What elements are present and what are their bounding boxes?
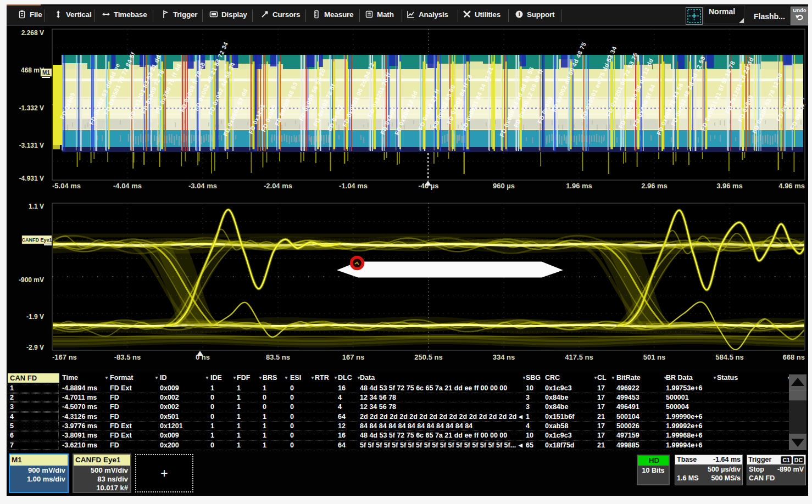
svg-text:-2.9 V: -2.9 V bbox=[26, 344, 44, 351]
svg-text:417.5 ns: 417.5 ns bbox=[565, 353, 593, 361]
svg-text:M1: M1 bbox=[42, 70, 50, 76]
svg-text:1.1 V: 1.1 V bbox=[29, 203, 44, 210]
svg-text:-1.332 V: -1.332 V bbox=[19, 104, 44, 112]
svg-text:i: i bbox=[519, 11, 520, 17]
svg-text:-4.931 V: -4.931 V bbox=[19, 175, 44, 182]
svg-text:-1.9 V: -1.9 V bbox=[26, 313, 44, 321]
svg-text:-167 ns: -167 ns bbox=[52, 353, 77, 361]
svg-text:3.96 ms: 3.96 ms bbox=[716, 182, 743, 190]
svg-text:-1.04 ms: -1.04 ms bbox=[339, 182, 368, 190]
svg-text:-83.5 ns: -83.5 ns bbox=[114, 353, 141, 361]
svg-text:501 ns: 501 ns bbox=[643, 353, 665, 361]
svg-text:-3.131 V: -3.131 V bbox=[19, 142, 44, 149]
svg-text:-3.04 ms: -3.04 ms bbox=[188, 182, 217, 190]
svg-text:-4.04 ms: -4.04 ms bbox=[113, 182, 142, 190]
svg-text:4.96 ms: 4.96 ms bbox=[778, 182, 805, 190]
svg-text:250.5 ns: 250.5 ns bbox=[414, 353, 442, 361]
svg-text:2.268 V: 2.268 V bbox=[21, 29, 44, 37]
svg-text:-5.04 ms: -5.04 ms bbox=[52, 182, 81, 190]
svg-text:2.96 ms: 2.96 ms bbox=[641, 182, 668, 190]
svg-text:468 mV: 468 mV bbox=[21, 66, 44, 74]
svg-text:960 µs: 960 µs bbox=[493, 182, 515, 190]
svg-text:-900 mV: -900 mV bbox=[19, 276, 44, 284]
svg-text:CANFD Eye1: CANFD Eye1 bbox=[21, 237, 52, 243]
svg-text:83.5 ns: 83.5 ns bbox=[266, 353, 290, 361]
svg-text:334 ns: 334 ns bbox=[493, 353, 515, 361]
svg-text:167 ns: 167 ns bbox=[342, 353, 364, 361]
svg-text:1.96 ms: 1.96 ms bbox=[566, 182, 592, 190]
svg-text:-2.04 ms: -2.04 ms bbox=[264, 182, 292, 190]
svg-text:584.5 ns: 584.5 ns bbox=[715, 353, 743, 361]
svg-text:668 ns: 668 ns bbox=[783, 353, 805, 361]
